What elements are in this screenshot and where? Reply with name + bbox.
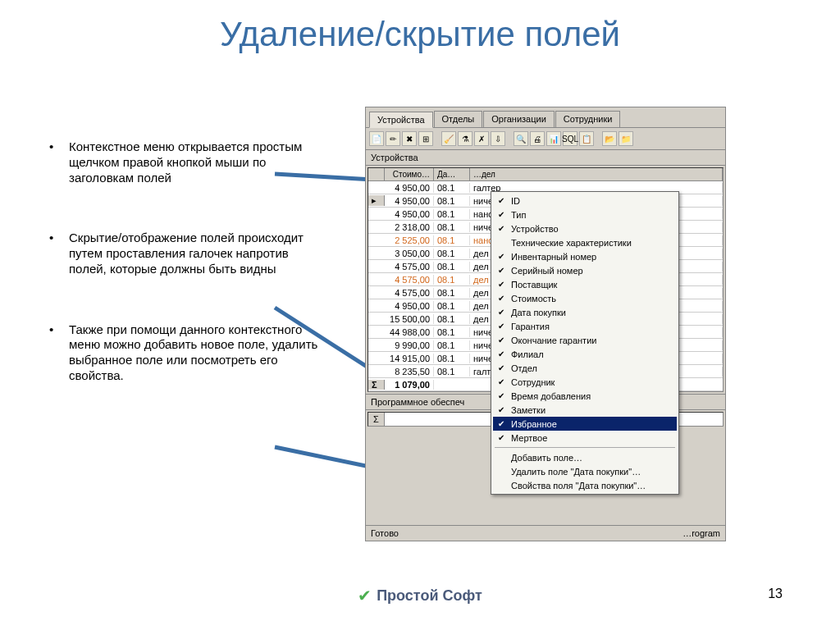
footer-logo: ✔ Простой Софт <box>358 586 482 605</box>
grid-header[interactable]: Стоимо… Да… …дел <box>368 168 723 181</box>
toolbar-btn-10[interactable]: 📊 <box>546 131 561 146</box>
ctx-field-item[interactable]: ✔ID <box>493 194 677 208</box>
status-left: Готово <box>371 528 399 538</box>
ctx-field-item[interactable]: ✔Окончание гарантии <box>493 333 677 347</box>
toolbar-btn-2[interactable]: ✖ <box>402 131 417 146</box>
check-icon: ✔ <box>496 224 506 233</box>
toolbar-btn-14[interactable]: 📁 <box>619 131 633 146</box>
slide-title: Удаление/скрытие полей <box>0 15 840 54</box>
tab-devices[interactable]: Устройства <box>369 112 433 128</box>
check-icon: ✔ <box>496 280 506 289</box>
toolbar-btn-13[interactable]: 📂 <box>602 131 617 146</box>
bullet-2: Скрытие/отображение полей происходит пут… <box>49 231 328 276</box>
ctx-field-item[interactable]: ✔Поставщик <box>493 277 677 291</box>
status-bar: Готово …rogram <box>366 525 725 541</box>
tab-bar: Устройства Отделы Организации Сотрудники <box>366 107 725 128</box>
ctx-field-item[interactable]: ✔Серийный номер <box>493 263 677 277</box>
toolbar-btn-7[interactable]: ⇩ <box>491 131 505 146</box>
toolbar-btn-4[interactable]: 🧹 <box>441 131 456 146</box>
ctx-field-item[interactable]: ✔Тип <box>493 208 677 221</box>
brand-text: Простой Софт <box>377 587 482 605</box>
check-icon: ✔ <box>496 377 506 386</box>
toolbar-btn-3[interactable]: ⊞ <box>418 131 433 146</box>
check-icon: ✔ <box>496 419 506 428</box>
check-icon: ✔ <box>496 294 506 303</box>
ctx-field-item[interactable]: ✔Филиал <box>493 347 677 361</box>
check-icon: ✔ <box>496 433 506 442</box>
ctx-field-item[interactable]: ✔Гарантия <box>493 319 677 333</box>
ctx-field-item[interactable]: ✔Избранное <box>493 417 677 431</box>
col-dept[interactable]: …дел <box>470 168 723 180</box>
ctx-action-item[interactable]: Свойства поля "Дата покупки"… <box>493 478 677 492</box>
ctx-field-item[interactable]: ✔Стоимость <box>493 291 677 305</box>
toolbar-btn-12[interactable]: 📋 <box>579 131 594 146</box>
check-icon: ✔ <box>496 349 506 358</box>
toolbar-btn-11[interactable]: SQL <box>563 131 578 146</box>
ctx-field-item[interactable]: ✔Заметки <box>493 403 677 417</box>
tab-employees[interactable]: Сотрудники <box>555 111 621 127</box>
context-menu[interactable]: ✔ID✔Тип✔УстройствоТехнические характерис… <box>491 191 679 495</box>
check-icon: ✔ <box>496 252 506 261</box>
ctx-field-item[interactable]: ✔Мертвое <box>493 431 677 445</box>
ctx-field-item[interactable]: ✔Отдел <box>493 361 677 375</box>
page-number: 13 <box>768 587 783 601</box>
check-icon: ✔ <box>496 308 506 317</box>
check-icon: ✔ <box>496 391 506 400</box>
check-icon: ✔ <box>496 363 506 372</box>
toolbar: 📄✏✖⊞🧹⚗✗⇩🔍🖨📊SQL📋📂📁 <box>366 128 725 150</box>
check-icon: ✔ <box>496 336 506 345</box>
col-date[interactable]: Да… <box>434 168 470 180</box>
ctx-field-item[interactable]: ✔Сотрудник <box>493 375 677 389</box>
check-icon: ✔ <box>496 266 506 275</box>
check-icon: ✔ <box>358 586 372 605</box>
ctx-field-item[interactable]: ✔Время добавления <box>493 389 677 403</box>
bullet-3: Также при помощи данного контекстного ме… <box>49 322 328 384</box>
toolbar-btn-9[interactable]: 🖨 <box>530 131 545 146</box>
toolbar-btn-0[interactable]: 📄 <box>369 131 384 146</box>
toolbar-btn-8[interactable]: 🔍 <box>514 131 528 146</box>
section-devices-label: Устройства <box>366 150 725 166</box>
check-icon: ✔ <box>496 322 506 331</box>
ctx-field-item[interactable]: Технические характеристики <box>493 235 677 249</box>
toolbar-btn-5[interactable]: ⚗ <box>458 131 472 146</box>
check-icon: ✔ <box>496 210 506 219</box>
toolbar-btn-6[interactable]: ✗ <box>474 131 489 146</box>
check-icon: ✔ <box>496 405 506 414</box>
bullet-1: Контекстное меню открывается простым щел… <box>49 139 328 185</box>
ctx-field-item[interactable]: ✔Дата покупки <box>493 305 677 319</box>
col-cost[interactable]: Стоимо… <box>385 168 434 180</box>
bullet-list: Контекстное меню открывается простым щел… <box>49 139 328 429</box>
tab-organizations[interactable]: Организации <box>483 111 555 127</box>
ctx-field-item[interactable]: ✔Устройство <box>493 221 677 235</box>
tab-departments[interactable]: Отделы <box>434 111 483 127</box>
status-right: …rogram <box>682 528 720 538</box>
ctx-action-item[interactable]: Добавить поле… <box>493 450 677 464</box>
ctx-action-item[interactable]: Удалить поле "Дата покупки"… <box>493 464 677 478</box>
ctx-field-item[interactable]: ✔Инвентарный номер <box>493 249 677 263</box>
toolbar-btn-1[interactable]: ✏ <box>386 131 400 146</box>
check-icon: ✔ <box>496 196 506 205</box>
